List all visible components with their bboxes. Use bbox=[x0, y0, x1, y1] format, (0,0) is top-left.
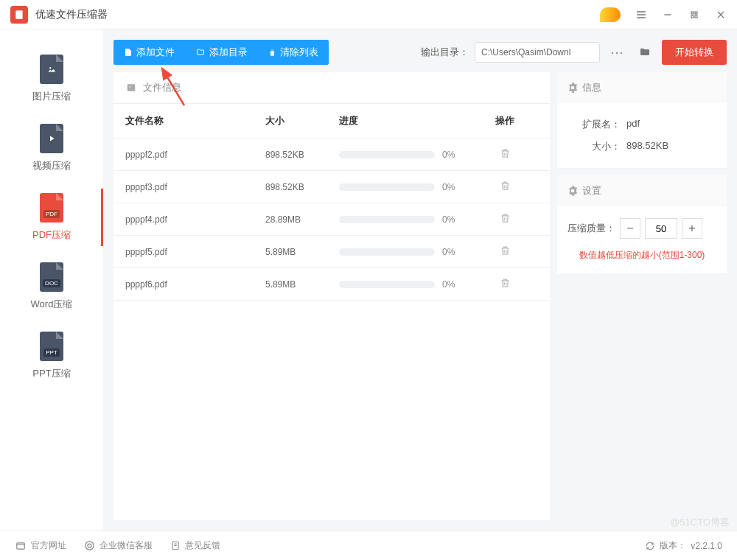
col-size-header: 大小 bbox=[265, 114, 339, 127]
delete-button[interactable] bbox=[486, 277, 523, 291]
delete-button[interactable] bbox=[486, 147, 523, 161]
trash-icon bbox=[500, 245, 511, 256]
quality-hint: 数值越低压缩的越小(范围1-300) bbox=[567, 249, 716, 262]
file-size: 898.52KB bbox=[265, 150, 339, 160]
gear-icon bbox=[567, 83, 578, 93]
sidebar-item-pdf[interactable]: PDF PDF压缩 bbox=[0, 183, 103, 252]
official-site-link[interactable]: 官方网址 bbox=[15, 539, 66, 552]
more-icon[interactable]: ⋯ bbox=[606, 41, 628, 63]
table-row[interactable]: ppppf3.pdf 898.52KB 0% bbox=[113, 171, 550, 203]
app-logo-icon bbox=[10, 6, 28, 24]
app-title: 优速文件压缩器 bbox=[35, 8, 108, 21]
headset-icon bbox=[84, 540, 95, 551]
watermark: @51CTO博客 bbox=[670, 516, 730, 529]
sidebar: 图片压缩 视频压缩 PDF PDF压缩 DOC Word压缩 PPT PPT压缩 bbox=[0, 29, 103, 531]
table-row[interactable]: ppppf5.pdf 5.89MB 0% bbox=[113, 236, 550, 268]
sidebar-item-label: PPT压缩 bbox=[32, 367, 70, 380]
output-dir-label: 输出目录： bbox=[421, 46, 469, 59]
image-icon bbox=[125, 83, 137, 93]
menu-icon[interactable] bbox=[635, 9, 647, 21]
titlebar: 优速文件压缩器 bbox=[0, 0, 737, 29]
svg-point-16 bbox=[85, 542, 94, 550]
quality-decrease-button[interactable]: − bbox=[620, 218, 640, 239]
sidebar-item-label: 视频压缩 bbox=[32, 159, 71, 172]
file-size: 28.89MB bbox=[265, 214, 339, 225]
add-file-button[interactable]: 添加文件 bbox=[113, 40, 185, 65]
start-convert-button[interactable]: 开始转换 bbox=[662, 40, 727, 65]
table-row[interactable]: ppppf6.pdf 5.89MB 0% bbox=[113, 268, 550, 301]
globe-icon bbox=[15, 541, 27, 551]
video-file-icon bbox=[40, 124, 63, 153]
refresh-icon[interactable] bbox=[645, 541, 655, 551]
ppt-file-icon: PPT bbox=[40, 332, 63, 361]
file-progress: 0% bbox=[339, 214, 486, 225]
version-label: 版本： bbox=[660, 539, 686, 552]
col-progress-header: 进度 bbox=[339, 114, 486, 127]
file-name: ppppf6.pdf bbox=[125, 279, 265, 290]
pdf-file-icon: PDF bbox=[40, 193, 63, 223]
close-icon[interactable] bbox=[715, 9, 727, 21]
col-action-header: 操作 bbox=[486, 114, 523, 127]
quality-label: 压缩质量： bbox=[567, 222, 615, 235]
delete-button[interactable] bbox=[486, 245, 523, 259]
clear-list-button[interactable]: 清除列表 bbox=[258, 40, 329, 65]
file-name: ppppf5.pdf bbox=[125, 247, 265, 257]
version-value: v2.2.1.0 bbox=[691, 541, 722, 551]
wechat-support-link[interactable]: 企业微信客服 bbox=[84, 539, 153, 552]
file-name: ppppf4.pdf bbox=[125, 214, 265, 225]
sidebar-item-label: 图片压缩 bbox=[32, 90, 71, 103]
footer: 官方网址 企业微信客服 意见反馈 版本： v2.2.1.0 bbox=[0, 531, 737, 560]
file-progress: 0% bbox=[339, 279, 486, 290]
trash-icon bbox=[500, 212, 511, 224]
svg-rect-0 bbox=[15, 10, 22, 19]
svg-rect-7 bbox=[691, 15, 694, 18]
quality-input[interactable] bbox=[645, 218, 677, 239]
table-row[interactable]: ppppf4.pdf 28.89MB 0% bbox=[113, 203, 550, 236]
size-value: 898.52KB bbox=[626, 140, 668, 153]
svg-rect-8 bbox=[695, 15, 697, 18]
trash-icon bbox=[500, 180, 511, 192]
quality-increase-button[interactable]: + bbox=[682, 218, 702, 239]
trash-icon bbox=[500, 147, 511, 159]
sidebar-item-label: Word压缩 bbox=[31, 298, 73, 311]
ext-value: pdf bbox=[626, 118, 640, 131]
svg-rect-14 bbox=[17, 542, 25, 548]
svg-rect-5 bbox=[691, 12, 694, 14]
file-size: 898.52KB bbox=[265, 182, 339, 192]
folder-open-icon[interactable] bbox=[634, 41, 656, 63]
delete-button[interactable] bbox=[486, 180, 523, 194]
file-progress: 0% bbox=[339, 150, 486, 160]
svg-rect-12 bbox=[128, 84, 136, 91]
maximize-icon[interactable] bbox=[688, 9, 700, 21]
size-label: 大小： bbox=[569, 140, 621, 153]
image-file-icon bbox=[40, 55, 63, 84]
svg-point-17 bbox=[88, 544, 91, 547]
file-info-header: 文件信息 bbox=[113, 72, 550, 104]
file-progress: 0% bbox=[339, 247, 486, 257]
table-header: 文件名称 大小 进度 操作 bbox=[113, 104, 550, 139]
sidebar-item-image[interactable]: 图片压缩 bbox=[0, 44, 103, 113]
file-size: 5.89MB bbox=[265, 279, 339, 290]
trash-icon bbox=[500, 277, 511, 289]
table-row[interactable]: ppppf2.pdf 898.52KB 0% bbox=[113, 139, 550, 171]
content-area: 添加文件 添加目录 清除列表 输出目录： ⋯ 开始转换 文件信息 文件名称 bbox=[103, 29, 737, 531]
file-name: ppppf2.pdf bbox=[125, 150, 265, 160]
file-size: 5.89MB bbox=[265, 247, 339, 257]
output-dir-input[interactable] bbox=[475, 42, 600, 63]
delete-button[interactable] bbox=[486, 212, 523, 226]
sidebar-item-word[interactable]: DOC Word压缩 bbox=[0, 252, 103, 321]
sidebar-item-video[interactable]: 视频压缩 bbox=[0, 113, 103, 183]
info-panel: 信息 扩展名：pdf 大小：898.52KB bbox=[557, 72, 727, 168]
svg-point-11 bbox=[49, 67, 51, 69]
ext-label: 扩展名： bbox=[569, 118, 621, 131]
feedback-icon bbox=[170, 540, 181, 551]
gear-icon bbox=[567, 186, 578, 196]
sidebar-item-ppt[interactable]: PPT PPT压缩 bbox=[0, 321, 103, 391]
feedback-link[interactable]: 意见反馈 bbox=[170, 539, 220, 552]
toolbar: 添加文件 添加目录 清除列表 输出目录： ⋯ 开始转换 bbox=[113, 40, 727, 65]
vip-icon[interactable] bbox=[600, 7, 621, 22]
file-name: ppppf3.pdf bbox=[125, 182, 265, 192]
add-folder-button[interactable]: 添加目录 bbox=[185, 40, 258, 65]
minimize-icon[interactable] bbox=[662, 9, 674, 21]
settings-panel: 设置 压缩质量： − + 数值越低压缩的越小(范围1-300) bbox=[557, 175, 727, 273]
